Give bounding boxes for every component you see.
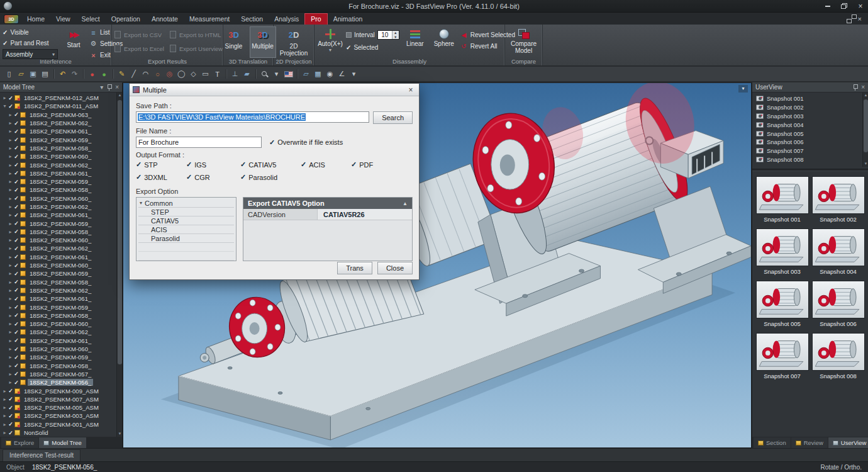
markup-concentric-icon[interactable]: ◎ [164,68,175,80]
tree-item[interactable]: ▸✓18SK2_PSENKM-062_ [0,203,116,211]
cad-version-row[interactable]: CADVersion CATIAV5R26 [243,209,412,220]
start-button[interactable]: ▶▶ Start [60,26,87,58]
export-csv-button[interactable]: Export to CSV [114,28,170,42]
tree-check-icon[interactable]: ✓ [8,430,14,436]
tree-check-icon[interactable]: ✓ [13,337,19,344]
tree-check-icon[interactable]: ✓ [13,179,19,185]
snapshot-thumbnail[interactable]: Snapshot 007 [756,333,809,379]
tree-check-icon[interactable]: ✓ [13,237,19,244]
tree-expand-icon[interactable]: ▸ [8,346,13,352]
snapshot-list-item[interactable]: Snapshot 002 [752,103,862,112]
selected-checkbox[interactable]: ✓Selected [346,43,399,52]
tree-item[interactable]: ▸✓18SK2_PSENKM-001_ASM [0,420,116,429]
minimize-button[interactable] [824,3,832,10]
snapshot-list-item[interactable]: Snapshot 006 [752,138,862,147]
tree-item[interactable]: ▸✓18SK2_PSENKM-007_ASM [0,395,116,403]
tree-item[interactable]: ▸✓18SK2_PSENKM-061_ [0,337,116,345]
tree-check-icon[interactable]: ✓ [8,413,14,419]
tree-check-icon[interactable]: ✓ [13,262,19,269]
tree-item[interactable]: ▾✓18SK2_PSENKM-011_ASM [0,102,116,110]
close-icon[interactable]: × [861,84,865,91]
tree-expand-icon[interactable]: ▸ [8,271,13,276]
tree-check-icon[interactable]: ✓ [13,362,19,369]
menu-tab-home[interactable]: Home [21,14,50,25]
menu-tab-view[interactable]: View [50,14,76,25]
tree-expand-icon[interactable]: ▸ [8,363,13,369]
option-tree-root[interactable]: ▾Common [138,199,234,208]
snapshot-thumbnail[interactable]: Snapshot 008 [812,333,865,379]
scroll-up-icon[interactable]: ▲ [863,93,868,98]
undo-icon[interactable]: ↶ [57,68,69,80]
projection-grid-icon[interactable]: ▦ [312,68,324,80]
tree-expand-icon[interactable]: ▸ [8,245,13,251]
panel-tab-userview[interactable]: UserView [828,437,868,448]
tree-expand-icon[interactable]: ▸ [8,212,13,218]
tree-item[interactable]: ▸✓18SK2_PSENKM-060_ [0,345,116,353]
format-checkbox-igs[interactable]: ✓IGS [186,160,240,169]
option-tree-item[interactable]: CATIAV5 [138,216,234,225]
print-icon[interactable]: ▤ [39,68,51,80]
tree-check-icon[interactable]: ✓ [13,379,19,386]
tree-item[interactable]: ▸✓18SK2_PSENKM-058_ [0,144,116,152]
tree-check-icon[interactable]: ✓ [13,111,19,118]
format-checkbox-cgr[interactable]: ✓CGR [186,173,240,181]
tree-item[interactable]: ▸✓18SK2_PSENKM-062_ [0,160,116,169]
tree-check-icon[interactable]: ✓ [13,271,19,277]
tree-item[interactable]: ▸✓18SK2_PSENKM-059_ [0,177,116,186]
tree-check-icon[interactable]: ✓ [13,287,19,293]
tree-check-icon[interactable]: ✓ [13,279,19,285]
sphere-disassembly-button[interactable]: Sphere [431,26,457,58]
format-checkbox-acis[interactable]: ✓ACIS [301,160,351,169]
viewport-menu-caret[interactable]: ▾ [738,85,748,93]
snapshot-list-item[interactable]: Snapshot 003 [752,112,862,121]
tree-expand-icon[interactable]: ▸ [8,179,13,184]
tree-expand-icon[interactable]: ▸ [8,154,13,159]
single-export-button[interactable]: 3D Single [221,26,247,58]
2d-projection-button[interactable]: 2D 2D Projection [275,26,312,58]
tree-item[interactable]: ▸✓18SK2_PSENKM-059_ [0,135,116,143]
tree-item[interactable]: ▸✓18SK2_PSENKM-003_ASM [0,412,116,420]
menu-tab-annotate[interactable]: Annotate [146,14,184,25]
snapshot-thumbnail[interactable]: Snapshot 006 [812,281,865,327]
panel-splitter[interactable] [752,169,868,171]
save-icon[interactable]: ▣ [27,68,39,80]
search-button[interactable]: Search [373,111,413,124]
tree-expand-icon[interactable]: ▸ [8,279,13,285]
panel-tab-review[interactable]: Review [791,437,828,448]
tree-item[interactable]: ▸✓NonSolid [0,429,116,437]
new-file-icon[interactable]: ▯ [3,68,15,80]
format-checkbox-catiav5[interactable]: ✓CATIAV5 [240,160,301,169]
part-and-rest-checkbox[interactable]: ✓Part and Rest [3,38,58,47]
tree-expand-icon[interactable]: ▸ [8,204,13,210]
menu-tab-animation[interactable]: Animation [328,14,369,25]
tree-check-icon[interactable]: ✓ [13,312,19,318]
tree-expand-icon[interactable]: ▸ [8,112,13,118]
tree-item[interactable]: ▸✓18SK2_PSENKM-062_ [0,328,116,336]
markup-arc-icon[interactable]: ◠ [140,68,152,80]
option-tree-item[interactable]: STEP [138,208,234,216]
tree-expand-icon[interactable]: ▸ [2,405,8,410]
scroll-thumb[interactable] [118,100,122,364]
tree-item[interactable]: ▸✓18SK2_PSENKM-058_ [0,362,116,370]
snapshot-list-item[interactable]: Snapshot 007 [752,147,862,155]
dialog-titlebar[interactable]: Multiple × [130,84,419,96]
tree-item[interactable]: ▸✓18SK2_PSENKM-059_ [0,219,116,227]
snapshot-thumbnail[interactable]: Snapshot 003 [756,228,809,275]
tree-item[interactable]: ▸✓18SK2_PSENKM-057_ [0,370,116,378]
tree-item[interactable]: ▸✓18SK2_PSENKM-062_ [0,286,116,295]
tree-check-icon[interactable]: ✓ [8,95,14,101]
format-checkbox-stp[interactable]: ✓STP [136,160,186,169]
panel-menu-icon[interactable]: ▾ [100,84,103,91]
spin-down-icon[interactable]: ▼ [392,35,399,40]
tree-check-icon[interactable]: ✓ [13,354,19,361]
tree-check-icon[interactable]: ✓ [8,421,14,427]
tree-check-icon[interactable]: ✓ [13,204,19,210]
format-checkbox-3dxml[interactable]: ✓3DXML [136,173,186,181]
section-plane-icon[interactable]: ▱ [300,68,312,80]
scroll-down-icon[interactable]: ▼ [863,161,868,167]
tree-expand-icon[interactable]: ▸ [8,329,13,335]
scroll-up-icon[interactable]: ▲ [117,93,123,98]
measure-angle-icon[interactable]: ∠ [336,68,348,80]
tree-item[interactable]: ▸✓18SK2_PSENKM-058_ [0,228,116,236]
tree-expand-icon[interactable]: ▸ [8,305,13,310]
